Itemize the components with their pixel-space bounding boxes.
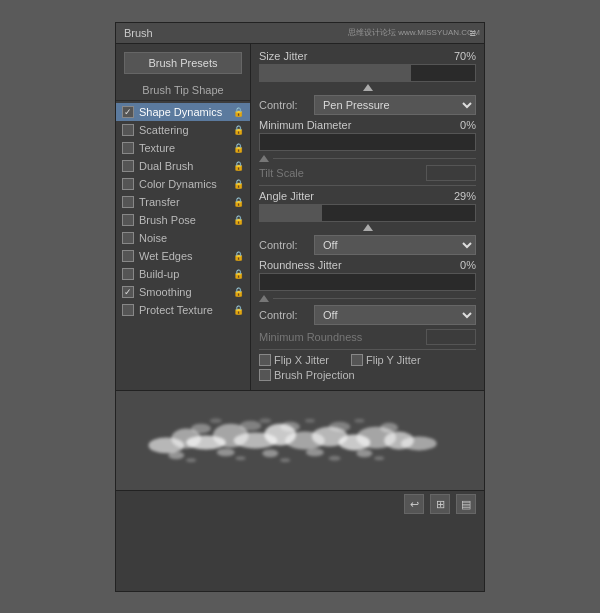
- svg-point-14: [217, 448, 235, 456]
- checkbox-protect-texture[interactable]: [122, 304, 134, 316]
- menu-item-dual-brush[interactable]: Dual Brush🔒: [116, 157, 250, 175]
- menu-item-shape-dynamics[interactable]: ✓Shape Dynamics🔒: [116, 103, 250, 121]
- checkbox-brush-pose[interactable]: [122, 214, 134, 226]
- lock-icon-scattering: 🔒: [233, 125, 244, 135]
- size-jitter-thumb-row: [259, 84, 476, 91]
- roundness-jitter-slider[interactable]: [259, 273, 476, 291]
- brush-projection-row: Brush Projection: [259, 369, 476, 381]
- watermark: 思维设计论坛 www.MISSYUAN.COM: [348, 27, 480, 38]
- checkbox-scattering[interactable]: [122, 124, 134, 136]
- flip-x-item: Flip X Jitter: [259, 354, 329, 366]
- panel-title: Brush: [124, 27, 153, 39]
- flip-y-item: Flip Y Jitter: [351, 354, 421, 366]
- size-control-row: Control: OffFadePen PressurePen TiltStyl…: [259, 95, 476, 115]
- checkbox-texture[interactable]: [122, 142, 134, 154]
- checkbox-smoothing[interactable]: ✓: [122, 286, 134, 298]
- brush-projection-checkbox[interactable]: [259, 369, 271, 381]
- tilt-divider-line: [273, 158, 476, 159]
- menu-item-scattering[interactable]: Scattering🔒: [116, 121, 250, 139]
- roundness-jitter-label: Roundness Jitter: [259, 259, 440, 271]
- svg-point-25: [259, 418, 271, 423]
- menu-item-wet-edges[interactable]: Wet Edges🔒: [116, 247, 250, 265]
- brush-tip-shape-label: Brush Tip Shape: [116, 82, 250, 101]
- menu-label-build-up: Build-up: [139, 268, 179, 280]
- checkbox-shape-dynamics[interactable]: ✓: [122, 106, 134, 118]
- angle-control-select[interactable]: Off: [314, 235, 476, 255]
- lock-icon-wet-edges: 🔒: [233, 251, 244, 261]
- menu-item-transfer[interactable]: Transfer🔒: [116, 193, 250, 211]
- lock-icon-transfer: 🔒: [233, 197, 244, 207]
- toolbar-icon-3[interactable]: ▤: [456, 494, 476, 514]
- lock-icon-brush-pose: 🔒: [233, 215, 244, 225]
- roundness-control-label: Control:: [259, 309, 314, 321]
- min-diameter-group: Minimum Diameter 0%: [259, 119, 476, 151]
- checkbox-color-dynamics[interactable]: [122, 178, 134, 190]
- flip-y-checkbox[interactable]: [351, 354, 363, 366]
- size-jitter-group: Size Jitter 70% Control: OffFadePen Pres…: [259, 50, 476, 115]
- lock-icon-texture: 🔒: [233, 143, 244, 153]
- min-roundness-input[interactable]: [426, 329, 476, 345]
- angle-jitter-group: Angle Jitter 29% Control: Off: [259, 190, 476, 255]
- flip-x-checkbox[interactable]: [259, 354, 271, 366]
- flip-y-label: Flip Y Jitter: [366, 354, 421, 366]
- lock-icon-dual-brush: 🔒: [233, 161, 244, 171]
- svg-point-18: [306, 448, 324, 456]
- brush-presets-button[interactable]: Brush Presets: [124, 52, 242, 74]
- menu-item-noise[interactable]: Noise: [116, 229, 250, 247]
- menu-label-dual-brush: Dual Brush: [139, 160, 193, 172]
- lock-icon-smoothing: 🔒: [233, 287, 244, 297]
- brush-panel: 思维设计论坛 www.MISSYUAN.COM Brush ≡ Brush Pr…: [115, 22, 485, 592]
- panel-body: Brush Presets Brush Tip Shape ✓Shape Dyn…: [116, 44, 484, 390]
- checkbox-noise[interactable]: [122, 232, 134, 244]
- lock-icon-protect-texture: 🔒: [233, 305, 244, 315]
- min-roundness-row: Minimum Roundness: [259, 329, 476, 345]
- svg-point-16: [262, 449, 278, 457]
- menu-label-texture: Texture: [139, 142, 175, 154]
- svg-point-13: [191, 423, 211, 433]
- tilt-scale-label: Tilt Scale: [259, 167, 426, 179]
- flip-row: Flip X Jitter Flip Y Jitter: [259, 354, 476, 366]
- left-panel: Brush Presets Brush Tip Shape ✓Shape Dyn…: [116, 44, 251, 390]
- menu-item-smoothing[interactable]: ✓Smoothing🔒: [116, 283, 250, 301]
- angle-jitter-slider[interactable]: [259, 204, 476, 222]
- size-jitter-value: 70%: [440, 50, 476, 62]
- brush-preview-svg: [116, 391, 484, 490]
- svg-point-20: [356, 449, 372, 457]
- divider-hr1: [259, 185, 476, 186]
- size-jitter-slider[interactable]: [259, 64, 476, 82]
- svg-point-19: [329, 421, 351, 431]
- roundness-divider: [259, 295, 476, 302]
- toolbar-icon-2[interactable]: ⊞: [430, 494, 450, 514]
- min-roundness-label: Minimum Roundness: [259, 331, 426, 343]
- min-diameter-slider[interactable]: [259, 133, 476, 151]
- menu-item-protect-texture[interactable]: Protect Texture🔒: [116, 301, 250, 319]
- brush-preview-area: [116, 390, 484, 490]
- min-diameter-row: Minimum Diameter 0%: [259, 119, 476, 131]
- toolbar-icon-1[interactable]: ↩: [404, 494, 424, 514]
- size-control-select[interactable]: OffFadePen PressurePen TiltStylus Wheel: [314, 95, 476, 115]
- tilt-scale-input[interactable]: [426, 165, 476, 181]
- angle-jitter-thumb: [363, 224, 373, 231]
- lock-icon-build-up: 🔒: [233, 269, 244, 279]
- svg-point-28: [329, 455, 341, 460]
- menu-label-transfer: Transfer: [139, 196, 180, 208]
- menu-item-texture[interactable]: Texture🔒: [116, 139, 250, 157]
- svg-point-11: [401, 436, 437, 450]
- size-jitter-row: Size Jitter 70%: [259, 50, 476, 62]
- divider-hr2: [259, 349, 476, 350]
- roundness-control-select[interactable]: Off: [314, 305, 476, 325]
- menu-item-build-up[interactable]: Build-up🔒: [116, 265, 250, 283]
- menu-label-smoothing: Smoothing: [139, 286, 192, 298]
- menu-item-color-dynamics[interactable]: Color Dynamics🔒: [116, 175, 250, 193]
- checkbox-build-up[interactable]: [122, 268, 134, 280]
- brush-projection-item: Brush Projection: [259, 369, 355, 381]
- menu-item-brush-pose[interactable]: Brush Pose🔒: [116, 211, 250, 229]
- bottom-toolbar: ↩ ⊞ ▤: [116, 490, 484, 518]
- roundness-jitter-group: Roundness Jitter 0%: [259, 259, 476, 291]
- checkbox-wet-edges[interactable]: [122, 250, 134, 262]
- checkbox-dual-brush[interactable]: [122, 160, 134, 172]
- lock-icon-shape-dynamics: 🔒: [233, 107, 244, 117]
- checkbox-transfer[interactable]: [122, 196, 134, 208]
- menu-label-noise: Noise: [139, 232, 167, 244]
- flip-x-label: Flip X Jitter: [274, 354, 329, 366]
